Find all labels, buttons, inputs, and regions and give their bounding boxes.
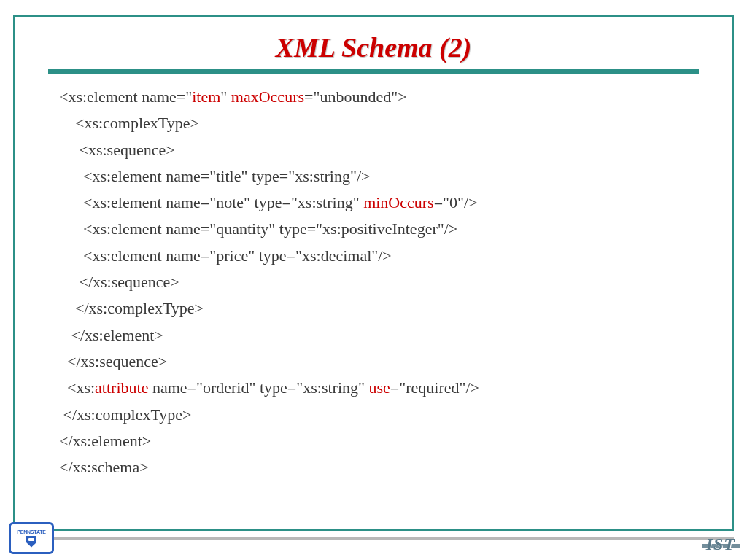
shield-icon <box>26 536 36 548</box>
code-line-7: <xs:element name="price" type="xs:decima… <box>59 243 695 269</box>
footer-left: PENNSTATE <box>9 522 54 554</box>
slide-content: <xs:element name="item" maxOccurs="unbou… <box>15 81 732 481</box>
code-line-9: </xs:complexType> <box>59 295 695 322</box>
title-rule <box>48 69 699 74</box>
pennstate-logo: PENNSTATE <box>9 522 54 554</box>
ist-logo: IST <box>703 534 738 554</box>
code-line-5: <xs:element name="note" type="xs:string"… <box>59 190 695 216</box>
footer-rule <box>33 537 734 540</box>
code-line-3: <xs:sequence> <box>59 137 695 163</box>
pennstate-label: PENNSTATE <box>17 529 46 534</box>
code-line-8: </xs:sequence> <box>59 269 695 295</box>
footer-right: IST <box>703 534 738 554</box>
code-line-10: </xs:element> <box>59 322 695 349</box>
code-line-15: </xs:schema> <box>59 454 695 481</box>
code-line-6: <xs:element name="quantity" type="xs:pos… <box>59 216 695 242</box>
slide-frame: XML Schema (2) <xs:element name="item" m… <box>13 15 734 531</box>
code-line-12: <xs:attribute name="orderid" type="xs:st… <box>59 375 695 401</box>
code-line-11: </xs:sequence> <box>59 349 695 375</box>
slide-title: XML Schema (2) <box>15 17 732 69</box>
ist-label: IST <box>706 534 735 553</box>
code-line-4: <xs:element name="title" type="xs:string… <box>59 163 695 190</box>
code-line-2: <xs:complexType> <box>59 110 695 136</box>
code-line-14: </xs:element> <box>59 428 695 454</box>
code-line-13: </xs:complexType> <box>59 402 695 428</box>
code-line-1: <xs:element name="item" maxOccurs="unbou… <box>59 84 695 110</box>
